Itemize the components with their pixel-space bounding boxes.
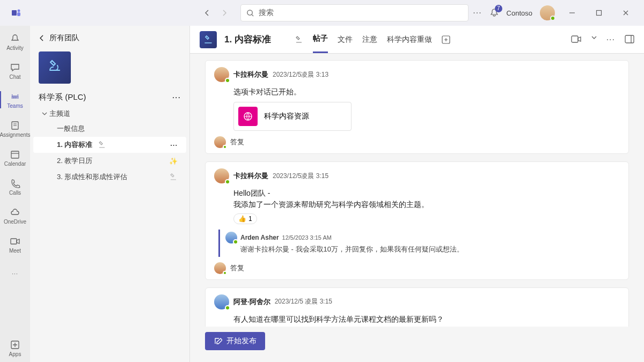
- tab-files[interactable]: 文件: [338, 26, 353, 53]
- channel-title: 1. 内容标准: [224, 33, 271, 46]
- avatar[interactable]: [214, 67, 229, 82]
- more-button[interactable]: ···: [473, 8, 481, 18]
- window-minimize-button[interactable]: [562, 5, 582, 20]
- rail-calendar[interactable]: Calendar: [0, 144, 30, 172]
- team-more-button[interactable]: ···: [172, 93, 181, 102]
- apps-icon: [9, 339, 21, 351]
- rail-teams[interactable]: iwi Teams: [0, 86, 30, 114]
- post-timestamp: 2023/12/5 凌晨 3:15: [275, 297, 332, 306]
- tab-posts[interactable]: 帖子: [313, 26, 328, 53]
- assignments-icon: [9, 120, 21, 131]
- rail-calls[interactable]: Calls: [0, 173, 30, 201]
- post-card: 卡拉科尔曼 2023/12/5凌晨 3:13 选项卡对话已开始。 科学内容资源 …: [205, 60, 629, 154]
- tab-science-redo[interactable]: 科学内容重做: [387, 26, 432, 53]
- post-author: 卡拉科尔曼: [233, 171, 268, 181]
- reaction-pill[interactable]: 👍 1: [233, 213, 257, 224]
- presence-indicator: [223, 145, 227, 149]
- avatar[interactable]: [214, 294, 229, 309]
- notifications-button[interactable]: 7: [489, 8, 499, 18]
- meet-button[interactable]: [571, 35, 582, 45]
- back-to-teams-button[interactable]: 所有团队: [30, 31, 189, 49]
- search-input[interactable]: 搜索: [240, 4, 469, 21]
- svg-rect-6: [11, 151, 19, 158]
- microscope-icon: [46, 58, 64, 77]
- channel-more-button[interactable]: ···: [170, 141, 178, 149]
- nav-forward-button[interactable]: [217, 5, 232, 20]
- presence-indicator: [225, 179, 230, 184]
- svg-rect-2: [17, 12, 20, 16]
- phone-icon: [9, 178, 21, 189]
- presence-indicator: [225, 78, 230, 83]
- channel-sidebar: 所有团队 科学系 (PLC) ··· 主频道 一般信息 1. 内容标准 ··· …: [30, 26, 190, 362]
- rail-chat[interactable]: Chat: [0, 57, 30, 85]
- teams-app-icon: [9, 5, 24, 20]
- video-icon: [9, 235, 21, 247]
- post-card: 卡拉科尔曼 2023/12/5凌晨 3:15 Hello团队 - 我添加了一个资…: [205, 161, 629, 280]
- org-name: Contoso: [507, 9, 532, 17]
- message-list: 卡拉科尔曼 2023/12/5凌晨 3:13 选项卡对话已开始。 科学内容资源 …: [190, 54, 644, 327]
- svg-point-3: [247, 10, 252, 14]
- user-avatar[interactable]: [540, 5, 555, 20]
- avatar: [214, 136, 226, 148]
- channel-teaching-calendar[interactable]: 2. 教学日历 ✨: [33, 153, 186, 169]
- add-tab-button[interactable]: [442, 26, 450, 53]
- open-pane-button[interactable]: [625, 35, 634, 45]
- channel-general[interactable]: 一般信息: [33, 121, 186, 137]
- channel-header: 1. 内容标准 帖子 文件 注意 科学内容重做 ···: [190, 26, 644, 54]
- rail-more[interactable]: ···: [0, 260, 30, 287]
- post-timestamp: 2023/12/5凌晨 3:13: [273, 70, 328, 79]
- more-icon: ···: [9, 268, 21, 279]
- post-author: 阿登·阿舍尔: [233, 297, 270, 307]
- rail-activity[interactable]: Activity: [0, 28, 30, 56]
- window-maximize-button[interactable]: [589, 5, 609, 20]
- sparkle-icon: ✨: [169, 157, 178, 165]
- avatar[interactable]: [225, 232, 237, 243]
- teams-icon: iwi: [9, 91, 21, 102]
- window-close-button[interactable]: [616, 5, 635, 20]
- channel-assessments[interactable]: 3. 形成性和形成性评估: [33, 169, 186, 185]
- channel-section-header[interactable]: 主频道: [30, 108, 189, 121]
- reply-button[interactable]: 答复: [214, 136, 620, 148]
- avatar[interactable]: [214, 168, 229, 183]
- content-area: 1. 内容标准 帖子 文件 注意 科学内容重做 ··· 卡拉科: [190, 26, 644, 362]
- search-icon: [246, 9, 254, 17]
- titlebar: 搜索 ··· 7 Contoso: [0, 0, 644, 26]
- caret-down-icon: [42, 111, 47, 116]
- meet-dropdown[interactable]: [591, 35, 597, 45]
- chat-icon: [9, 62, 21, 73]
- team-name: 科学系 (PLC): [39, 92, 86, 102]
- svg-rect-4: [597, 11, 602, 16]
- svg-rect-11: [625, 35, 634, 43]
- post-timestamp: 2023/12/5凌晨 3:15: [273, 172, 328, 181]
- avatar: [214, 262, 226, 274]
- channel-content-standards[interactable]: 1. 内容标准 ···: [33, 137, 186, 153]
- attachment-title: 科学内容资源: [264, 112, 309, 121]
- header-more-button[interactable]: ···: [606, 35, 615, 45]
- presence-indicator: [550, 16, 555, 21]
- calendar-icon: [9, 149, 21, 160]
- start-post-button[interactable]: 开始发布: [205, 332, 265, 350]
- attachment-card[interactable]: 科学内容资源: [233, 102, 352, 131]
- microscope-icon: [98, 141, 106, 149]
- reply-author: Arden Asher: [240, 234, 279, 241]
- svg-rect-7: [11, 239, 17, 244]
- post-body: 有人知道在哪里可以找到科学方法单元课程文档的最新更新吗？: [233, 314, 620, 325]
- bell-icon: [9, 33, 21, 45]
- post-body: 选项卡对话已开始。: [233, 86, 620, 98]
- team-avatar[interactable]: [39, 51, 71, 84]
- tab-microscope-icon[interactable]: [295, 35, 303, 44]
- rail-apps[interactable]: Apps: [0, 334, 30, 362]
- presence-indicator: [233, 239, 238, 245]
- nav-back-button[interactable]: [200, 5, 215, 20]
- rail-meet[interactable]: Meet: [0, 231, 30, 258]
- reply-button[interactable]: 答复: [214, 262, 620, 274]
- reply-timestamp: 12/5/2023 3:15 AM: [282, 234, 332, 241]
- rail-onedrive[interactable]: OneDrive: [0, 202, 30, 230]
- post-card: 阿登·阿舍尔 2023/12/5 凌晨 3:15 有人知道在哪里可以找到科学方法…: [205, 287, 629, 327]
- app-rail: Activity Chat iwi Teams Assignments Cale…: [0, 26, 30, 362]
- tab-notes[interactable]: 注意: [362, 26, 377, 53]
- compose-icon: [214, 337, 222, 345]
- rail-assignments[interactable]: Assignments: [0, 115, 30, 143]
- reply-body: 谢谢卡拉科尔曼 - 我会采取10万，并回复你，如果我有任何疑问或想法。: [240, 245, 620, 255]
- chevron-left-icon: [39, 35, 45, 41]
